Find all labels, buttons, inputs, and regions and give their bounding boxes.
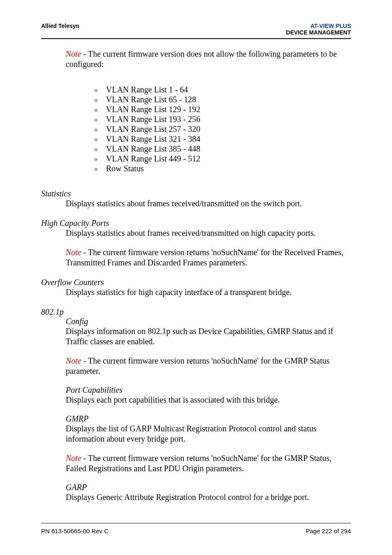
list-item: oVLAN Range List 129 - 192 — [95, 105, 351, 114]
overflow-heading: Overflow Counters — [41, 278, 351, 287]
config-heading: Config — [66, 317, 351, 326]
bullet-icon: o — [95, 166, 106, 173]
list-item-label: Row Status — [106, 164, 144, 173]
list-item-label: VLAN Range List 65 - 128 — [106, 95, 196, 104]
list-item-label: VLAN Range List 385 - 448 — [106, 144, 200, 153]
bullet-icon: o — [95, 156, 106, 163]
bullet-icon: o — [95, 146, 106, 153]
gmrp-note-text: - The current firmware version returns '… — [66, 454, 332, 473]
gmrp-text: Displays the list of GARP Multicast Regi… — [66, 424, 351, 444]
bullet-icon: o — [95, 97, 106, 104]
page-footer: PN 613-50665-00 Rev C Page 222 of 294 — [41, 523, 351, 534]
list-item-label: VLAN Range List 129 - 192 — [106, 105, 200, 114]
header-right: AT-VIEW PLUS DEVICE MANAGEMENT — [286, 23, 351, 36]
header-product: AT-VIEW PLUS — [286, 23, 351, 29]
portcap-heading: Port Capabilities — [66, 385, 351, 395]
garp-text: Displays Generic Attribute Registration … — [66, 492, 351, 502]
gmrp-heading: GMRP — [66, 414, 351, 424]
list-item: oVLAN Range List 385 - 448 — [95, 144, 351, 154]
footer-left: PN 613-50665-00 Rev C — [41, 527, 108, 534]
page-header: Allied Telesyn AT-VIEW PLUS DEVICE MANAG… — [41, 23, 351, 39]
hcp-heading: High Capacity Ports — [41, 219, 351, 228]
gmrp-note: Note - The current firmware version retu… — [66, 453, 351, 474]
list-item: oVLAN Range List 193 - 256 — [95, 115, 351, 124]
note-label: Note — [66, 454, 81, 463]
list-item: oVLAN Range List 65 - 128 — [95, 95, 351, 104]
list-item: oRow Status — [95, 164, 351, 173]
note-label: Note — [66, 248, 81, 257]
statistics-text: Displays statistics about frames receive… — [66, 198, 351, 209]
overflow-text: Displays statistics for high capacity in… — [66, 287, 351, 297]
bullet-icon: o — [95, 87, 106, 94]
config-text: Displays information on 802.1p such as D… — [66, 326, 351, 347]
portcap-text: Displays each port capabilities that is … — [66, 395, 351, 405]
hcp-note-text: - The current firmware version returns '… — [66, 248, 344, 267]
8021p-heading: 802.1p — [41, 307, 351, 317]
footer-right: Page 222 of 294 — [306, 527, 351, 534]
list-item-label: VLAN Range List 1 - 64 — [106, 85, 188, 94]
config-note-text: - The current firmware version returns '… — [66, 356, 330, 375]
statistics-heading: Statistics — [41, 189, 351, 198]
header-section: DEVICE MANAGEMENT — [286, 29, 351, 36]
list-item-label: VLAN Range List 193 - 256 — [106, 115, 200, 124]
bullet-icon: o — [95, 107, 106, 113]
list-item: oVLAN Range List 257 - 320 — [95, 124, 351, 134]
intro-note-text: - The current firmware version does not … — [66, 49, 337, 69]
garp-heading: GARP — [66, 483, 351, 492]
config-note: Note - The current firmware version retu… — [66, 356, 351, 376]
hcp-note: Note - The current firmware version retu… — [66, 247, 351, 268]
bullet-icon: o — [95, 136, 106, 143]
vlan-range-list: oVLAN Range List 1 - 64 oVLAN Range List… — [95, 85, 351, 173]
list-item-label: VLAN Range List 257 - 320 — [106, 124, 200, 134]
note-label: Note — [66, 49, 81, 58]
hcp-text: Displays statistics about frames receive… — [66, 228, 351, 238]
list-item-label: VLAN Range List 321 - 384 — [106, 134, 200, 143]
header-left: Allied Telesyn — [41, 23, 79, 29]
bullet-icon: o — [95, 117, 106, 123]
note-label: Note — [66, 356, 81, 365]
list-item: oVLAN Range List 1 - 64 — [95, 85, 351, 94]
list-item-label: VLAN Range List 449 - 512 — [106, 154, 200, 163]
list-item: oVLAN Range List 449 - 512 — [95, 154, 351, 164]
intro-note: Note - The current firmware version does… — [66, 49, 351, 69]
bullet-icon: o — [95, 127, 106, 133]
list-item: oVLAN Range List 321 - 384 — [95, 134, 351, 144]
